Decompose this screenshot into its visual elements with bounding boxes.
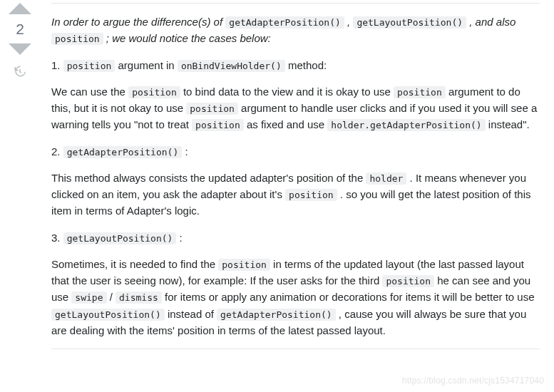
vote-score: 2 bbox=[16, 20, 24, 38]
text: : bbox=[180, 232, 183, 244]
text: 2. bbox=[51, 145, 63, 158]
code-inline: dismiss bbox=[116, 292, 162, 304]
watermark: https://blog.csdn.net/cjs1534717040 bbox=[402, 374, 544, 388]
text: We can use the bbox=[51, 86, 128, 98]
code-inline: position bbox=[285, 189, 337, 201]
code-inline: position bbox=[382, 275, 434, 287]
item-1-heading: 1. position argument in onBindViewHolder… bbox=[51, 57, 540, 73]
downvote-button[interactable] bbox=[9, 43, 31, 55]
code-inline: position bbox=[192, 119, 244, 131]
text: instead of bbox=[168, 308, 217, 320]
code-inline: position bbox=[51, 33, 103, 45]
text: 1. bbox=[51, 59, 63, 71]
code-inline: position bbox=[128, 86, 180, 98]
text: / bbox=[110, 291, 116, 303]
text: ; we would notice the cases below: bbox=[106, 32, 271, 44]
text: for items or apply any animation or deco… bbox=[165, 291, 535, 303]
item-2-heading: 2. getAdapterPosition() : bbox=[51, 143, 540, 160]
code-inline: getLayoutPosition() bbox=[63, 232, 177, 244]
text: as fixed and use bbox=[247, 118, 327, 130]
text: method: bbox=[288, 59, 327, 71]
code-inline: holder.getAdapterPosition() bbox=[327, 119, 485, 131]
lead-paragraph: In order to argue the difference(s) of g… bbox=[51, 14, 540, 47]
answer: 2 In order to argue the difference(s) of… bbox=[0, 0, 554, 356]
text: This method always consists the updated … bbox=[51, 172, 366, 184]
item-1-body: We can use the position to bind data to … bbox=[51, 83, 540, 133]
text: instead". bbox=[488, 118, 530, 130]
text: argument in bbox=[118, 59, 177, 71]
top-divider bbox=[51, 3, 540, 4]
text: , and also bbox=[469, 16, 515, 28]
code-inline: position bbox=[394, 86, 446, 98]
history-icon bbox=[14, 65, 26, 78]
activity-history-button[interactable] bbox=[14, 65, 26, 78]
code-inline: position bbox=[186, 103, 238, 115]
item-3-body: Sometimes, it is needed to find the posi… bbox=[51, 256, 540, 339]
code-inline: getAdapterPosition() bbox=[63, 146, 183, 158]
text: Sometimes, it is needed to find the bbox=[51, 258, 218, 270]
code-inline: swipe bbox=[71, 292, 106, 304]
code-inline: onBindViewHolder() bbox=[178, 60, 285, 72]
item-2-body: This method always consists the updated … bbox=[51, 170, 540, 220]
text: : bbox=[185, 145, 188, 158]
upvote-button[interactable] bbox=[9, 3, 31, 14]
vote-column: 2 bbox=[4, 0, 36, 356]
text: 3. bbox=[51, 232, 63, 244]
code-inline: holder bbox=[366, 172, 406, 185]
answer-body: In order to argue the difference(s) of g… bbox=[36, 0, 547, 356]
code-inline: getAdapterPosition() bbox=[225, 16, 344, 29]
code-inline: getLayoutPosition() bbox=[353, 16, 466, 29]
code-inline: getLayoutPosition() bbox=[51, 309, 165, 321]
text: In order to argue the difference(s) of bbox=[51, 16, 225, 28]
bottom-divider bbox=[51, 349, 540, 349]
code-inline: position bbox=[63, 60, 116, 72]
text: to bind data to the view and it is okay … bbox=[183, 86, 394, 98]
code-inline: position bbox=[218, 259, 270, 271]
code-inline: getAdapterPosition() bbox=[217, 309, 336, 321]
item-3-heading: 3. getLayoutPosition() : bbox=[51, 229, 540, 246]
